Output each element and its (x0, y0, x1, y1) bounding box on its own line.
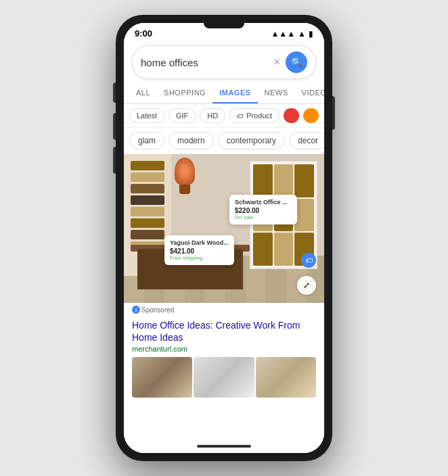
filter-product[interactable]: 🏷 Product (229, 108, 279, 123)
suggestion-decor[interactable]: decor (289, 132, 324, 149)
sponsored-badge: i Sponsored (124, 303, 324, 316)
suggestion-glam[interactable]: glam (129, 132, 164, 149)
filter-hd[interactable]: HD (200, 108, 225, 123)
wifi-icon: ▲ (298, 29, 306, 39)
product-sub-2: Free shipping (170, 255, 229, 261)
thumbnail-1[interactable] (132, 357, 192, 398)
filter-gif[interactable]: GIF (169, 108, 196, 123)
search-bar[interactable]: home offices × 🔍 (132, 45, 316, 79)
battery-icon: ▮ (309, 29, 313, 39)
sponsored-info-icon: i (132, 306, 140, 314)
suggestion-contemporary[interactable]: contemporary (218, 132, 285, 149)
power-button (332, 96, 335, 130)
phone-frame: 9:00 ▲▲▲ ▲ ▮ home offices × 🔍 ALL SHOPPI… (116, 15, 332, 461)
tab-images[interactable]: IMAGES (212, 83, 257, 103)
product-name-2: Yaguoi Dark Wood... (170, 239, 229, 246)
suggestions-row: glam modern contemporary decor (124, 128, 324, 154)
shopping-tag-icon: 🏷 (305, 256, 313, 264)
silent-switch (113, 147, 116, 174)
product-card-yaguoi[interactable]: Yaguoi Dark Wood... $421.00 Free shippin… (164, 235, 234, 265)
product-name-1: Schwartz Office ... (235, 199, 292, 206)
search-submit-button[interactable]: 🔍 (286, 51, 307, 73)
product-card-schwartz[interactable]: Schwartz Office ... $220.00 On sale (229, 195, 297, 224)
tab-news[interactable]: NEWS (258, 83, 295, 103)
filter-product-label: Product (246, 112, 272, 120)
thumbnail-row (124, 357, 324, 403)
search-bar-container: home offices × 🔍 (124, 41, 324, 83)
tag-icon: 🏷 (237, 112, 244, 120)
phone-notch (204, 23, 244, 28)
result-url[interactable]: merchanturl.com (124, 345, 324, 357)
suggestion-modern[interactable]: modern (169, 132, 214, 149)
filter-color-red[interactable] (284, 108, 299, 123)
search-query-text: home offices (141, 57, 274, 68)
volume-down-button (113, 113, 116, 140)
search-tabs: ALL SHOPPING IMAGES NEWS VIDEOS (124, 83, 324, 104)
tab-videos[interactable]: VIDEOS (295, 83, 324, 103)
signal-icon: ▲▲▲ (271, 29, 295, 39)
tab-all[interactable]: ALL (129, 83, 157, 103)
filter-row: Latest GIF HD 🏷 Product (124, 104, 324, 128)
expand-icon: ⤢ (303, 281, 310, 290)
thumbnail-3[interactable] (256, 357, 316, 398)
product-price-1: $220.00 (235, 207, 292, 214)
product-sub-1: On sale (235, 214, 292, 220)
main-image-area: Schwartz Office ... $220.00 On sale Yagu… (124, 154, 324, 439)
search-clear-button[interactable]: × (274, 56, 280, 68)
tab-shopping[interactable]: SHOPPING (157, 83, 212, 103)
shopping-tag-button[interactable]: 🏷 (301, 253, 316, 268)
thumbnail-2[interactable] (194, 357, 254, 398)
home-bar (197, 445, 251, 448)
sponsored-label: Sponsored (141, 306, 174, 314)
status-time: 9:00 (135, 28, 152, 39)
office-main-image[interactable]: Schwartz Office ... $220.00 On sale Yagu… (124, 154, 324, 303)
home-indicator (124, 439, 324, 453)
expand-button[interactable]: ⤢ (297, 276, 316, 295)
phone-screen: 9:00 ▲▲▲ ▲ ▮ home offices × 🔍 ALL SHOPPI… (124, 23, 324, 453)
result-title[interactable]: Home Office Ideas: Creative Work From Ho… (124, 316, 324, 345)
search-icon: 🔍 (291, 57, 303, 68)
decorative-plant (175, 158, 195, 191)
filter-color-orange[interactable] (303, 108, 319, 123)
status-icons: ▲▲▲ ▲ ▮ (271, 29, 313, 39)
filter-latest[interactable]: Latest (129, 108, 164, 123)
product-price-2: $421.00 (170, 247, 229, 255)
volume-up-button (113, 82, 116, 103)
